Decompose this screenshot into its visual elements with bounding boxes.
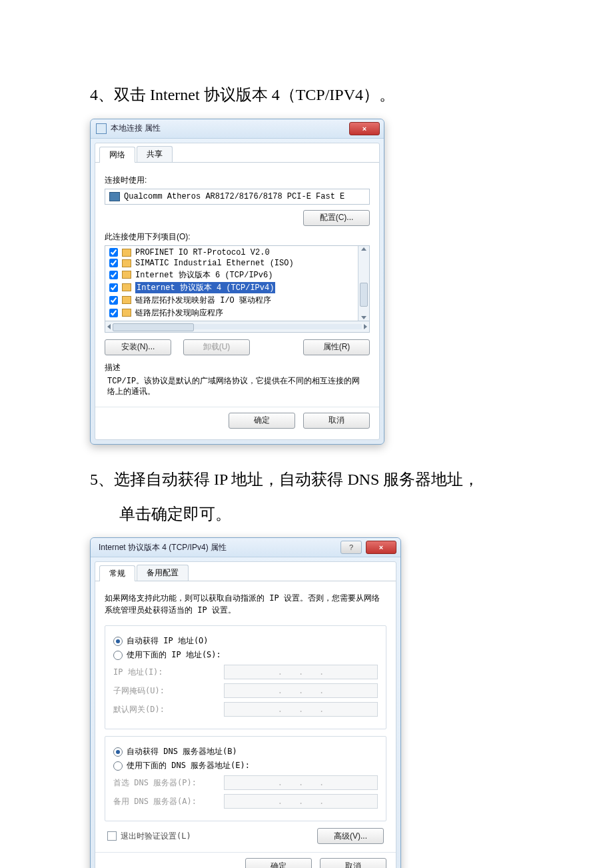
alternate-dns-input: ... [224,794,378,809]
subnet-mask-input: ... [224,683,378,698]
scroll-down-icon[interactable] [361,316,366,319]
tab-strip: 网络 共享 [95,143,379,163]
item-label: SIMATIC Industrial Ethernet (ISO) [135,259,294,268]
item-checkbox[interactable] [109,296,118,305]
protocol-list[interactable]: PROFINET IO RT-Protocol V2.0 SIMATIC Ind… [105,245,370,321]
radio-icon [113,637,123,646]
item-label: PROFINET IO RT-Protocol V2.0 [135,248,270,257]
ip-address-input: ... [224,665,378,679]
ok-button[interactable]: 确定 [229,413,295,429]
radio-label: 使用下面的 DNS 服务器地址(E): [127,760,250,771]
dns-settings-group: 自动获得 DNS 服务器地址(B) 使用下面的 DNS 服务器地址(E): 首选… [105,736,386,821]
radio-manual-ip[interactable]: 使用下面的 IP 地址(S): [113,649,378,661]
protocol-icon [122,283,131,291]
window-title: 本地连接 属性 [111,123,349,134]
item-label: Internet 协议版本 4 (TCP/IPv4) [135,282,275,293]
list-item[interactable]: 链路层拓扑发现响应程序 [105,307,358,319]
description-label: 描述 [105,362,370,373]
items-label: 此连接使用下列项目(O): [105,231,370,243]
close-button[interactable]: × [366,541,396,554]
preferred-dns-input: ... [224,775,378,790]
subnet-mask-label: 子网掩码(U): [113,685,220,697]
validate-on-exit[interactable]: 退出时验证设置(L) [107,831,191,842]
scroll-left-icon[interactable] [107,324,111,329]
titlebar[interactable]: Internet 协议版本 4 (TCP/IPv4) 属性 ? × [91,538,400,557]
tcpip-v4-properties-dialog: Internet 协议版本 4 (TCP/IPv4) 属性 ? × 常规 备用配… [90,537,401,868]
tab-network[interactable]: 网络 [99,147,135,163]
scroll-up-icon[interactable] [361,247,366,251]
item-label: 链路层拓扑发现映射器 I/O 驱动程序 [135,295,271,306]
vertical-scrollbar[interactable] [358,246,369,321]
install-button[interactable]: 安装(N)... [105,339,171,355]
protocol-icon [122,296,131,304]
cancel-button[interactable]: 取消 [320,858,386,868]
list-item-selected[interactable]: Internet 协议版本 4 (TCP/IPv4) [105,281,358,294]
list-item[interactable]: 链路层拓扑发现映射器 I/O 驱动程序 [105,294,358,307]
ip-settings-group: 自动获得 IP 地址(O) 使用下面的 IP 地址(S): IP 地址(I): … [105,625,386,729]
radio-label: 使用下面的 IP 地址(S): [127,649,221,661]
tab-strip: 常规 备用配置 [95,562,396,581]
scroll-thumb[interactable] [360,283,368,307]
alternate-dns-label: 备用 DNS 服务器(A): [113,796,220,807]
gateway-label: 默认网关(D): [113,704,220,715]
step-4-text: 4、双击 Internet 协议版本 4（TCP/IPV4）。 [90,80,523,111]
item-checkbox[interactable] [109,271,118,279]
radio-label: 自动获得 DNS 服务器地址(B) [127,746,237,757]
radio-icon [113,651,123,660]
item-label: 链路层拓扑发现响应程序 [135,307,223,319]
configure-button[interactable]: 配置(C)... [303,210,370,226]
validate-label: 退出时验证设置(L) [121,831,191,842]
protocol-icon [122,309,131,317]
list-item[interactable]: Internet 协议版本 6 (TCP/IPv6) [105,269,358,281]
protocol-icon [122,271,131,279]
item-checkbox[interactable] [109,283,118,292]
radio-manual-dns[interactable]: 使用下面的 DNS 服务器地址(E): [113,760,378,771]
scroll-right-icon[interactable] [364,324,367,329]
close-button[interactable]: × [349,122,380,135]
checkbox-icon[interactable] [107,831,117,841]
window-icon [96,123,107,134]
connect-using-label: 连接时使用: [105,175,370,186]
adapter-field: Qualcomm Atheros AR8172/8176/8178 PCI-E … [105,189,370,205]
properties-button[interactable]: 属性(R) [303,339,370,355]
radio-auto-ip[interactable]: 自动获得 IP 地址(O) [113,635,378,647]
list-item[interactable]: SIMATIC Industrial Ethernet (ISO) [105,258,358,269]
item-checkbox[interactable] [109,259,118,267]
window-title: Internet 协议版本 4 (TCP/IPv4) 属性 [96,542,340,553]
item-label: Internet 协议版本 6 (TCP/IPv6) [135,269,273,281]
network-adapter-icon [109,192,120,201]
protocol-icon [122,249,131,257]
preferred-dns-label: 首选 DNS 服务器(P): [113,777,220,789]
radio-auto-dns[interactable]: 自动获得 DNS 服务器地址(B) [113,746,378,757]
radio-icon [113,761,123,771]
item-checkbox[interactable] [109,248,118,257]
info-note: 如果网络支持此功能，则可以获取自动指派的 IP 设置。否则，您需要从网络系统管理… [105,592,386,616]
ok-button[interactable]: 确定 [245,858,312,868]
local-connection-properties-dialog: 本地连接 属性 × 网络 共享 连接时使用: Qualcomm Atheros … [90,119,384,445]
gateway-input: ... [224,702,378,717]
list-item[interactable]: PROFINET IO RT-Protocol V2.0 [105,247,358,258]
ip-address-label: IP 地址(I): [113,667,220,678]
item-checkbox[interactable] [109,309,118,317]
description-text: TCP/IP。该协议是默认的广域网络协议，它提供在不同的相互连接的网络上的通讯。 [105,375,370,399]
titlebar[interactable]: 本地连接 属性 × [91,119,384,139]
hscroll-thumb[interactable] [113,323,194,331]
tab-alternate[interactable]: 备用配置 [137,565,189,581]
adapter-name: Qualcomm Atheros AR8172/8176/8178 PCI-E … [124,192,344,201]
help-button[interactable]: ? [340,541,362,554]
radio-label: 自动获得 IP 地址(O) [127,635,209,647]
tab-general[interactable]: 常规 [99,565,135,581]
step-5-text-line1: 5、选择自动获得 IP 地址，自动获得 DNS 服务器地址， [90,465,523,495]
radio-icon [113,747,123,757]
uninstall-button[interactable]: 卸载(U) [183,339,250,355]
cancel-button[interactable]: 取消 [303,413,370,429]
step-5-text-line2: 单击确定即可。 [90,499,523,530]
horizontal-scrollbar[interactable] [105,321,370,333]
tab-share[interactable]: 共享 [137,146,173,162]
protocol-icon [122,259,131,267]
advanced-button[interactable]: 高级(V)... [317,828,384,844]
